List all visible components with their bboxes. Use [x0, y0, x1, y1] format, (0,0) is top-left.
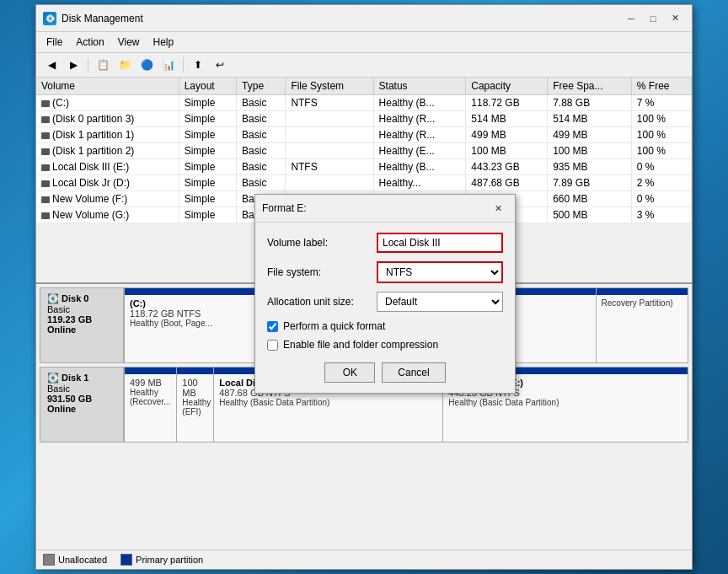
- toolbar-btn-3[interactable]: 🔵: [136, 56, 157, 74]
- toolbar-btn-5[interactable]: ⬆: [188, 56, 208, 74]
- compression-label: Enable file and folder compression: [283, 339, 438, 351]
- col-capacity[interactable]: Capacity: [466, 78, 548, 95]
- table-header-row: Volume Layout Type File System Status Ca…: [36, 78, 692, 95]
- menu-bar: File Action View Help: [36, 32, 692, 53]
- table-row[interactable]: Local Disk Jr (D:)SimpleBasicHealthy...4…: [36, 175, 692, 191]
- table-cell: Basic: [237, 95, 286, 111]
- dialog-title-text: Format E:: [262, 202, 307, 214]
- table-row[interactable]: Local Disk III (E:)SimpleBasicNTFSHealth…: [36, 159, 692, 175]
- dialog-title-bar: Format E: ✕: [255, 195, 515, 223]
- table-cell: Basic: [237, 127, 286, 143]
- col-free-space[interactable]: Free Spa...: [548, 78, 632, 95]
- file-system-row: File system: NTFS FAT32 exFAT: [267, 261, 503, 283]
- table-cell: Simple: [179, 175, 236, 191]
- col-percent-free[interactable]: % Free: [631, 78, 691, 95]
- legend-unallocated-label: Unallocated: [58, 555, 107, 565]
- menu-action[interactable]: Action: [69, 34, 110, 51]
- app-icon: 💽: [43, 12, 56, 25]
- table-cell: Simple: [179, 159, 236, 175]
- table-cell: Healthy (B...: [373, 159, 466, 175]
- quick-format-row: Perform a quick format: [267, 320, 503, 332]
- compression-row: Enable file and folder compression: [267, 339, 503, 351]
- allocation-unit-label: Allocation unit size:: [267, 296, 377, 308]
- table-row[interactable]: (Disk 1 partition 1)SimpleBasicHealthy (…: [36, 127, 692, 143]
- table-row[interactable]: (Disk 1 partition 2)SimpleBasicHealthy (…: [36, 143, 692, 159]
- menu-file[interactable]: File: [40, 34, 69, 51]
- toolbar-btn-4[interactable]: 📊: [158, 56, 179, 74]
- table-cell: 100 %: [631, 127, 691, 143]
- table-cell: Simple: [179, 127, 236, 143]
- table-cell: 514 MB: [466, 111, 548, 127]
- toolbar-btn-1[interactable]: 📋: [93, 56, 113, 74]
- quick-format-checkbox[interactable]: [267, 321, 278, 332]
- close-button[interactable]: ✕: [665, 9, 685, 28]
- table-cell: 935 MB: [548, 159, 632, 175]
- table-cell: (Disk 1 partition 2): [36, 143, 179, 159]
- partition-0-1[interactable]: Recovery Partition): [597, 288, 688, 362]
- col-volume[interactable]: Volume: [36, 78, 179, 95]
- col-layout[interactable]: Layout: [179, 78, 236, 95]
- table-cell: 118.72 GB: [466, 95, 548, 111]
- col-type[interactable]: Type: [237, 78, 286, 95]
- ok-button[interactable]: OK: [324, 362, 375, 383]
- table-cell: Simple: [179, 207, 236, 223]
- maximize-button[interactable]: □: [643, 9, 663, 28]
- table-cell: 100 MB: [548, 143, 632, 159]
- table-cell: Basic: [237, 111, 286, 127]
- table-cell: (Disk 1 partition 1): [36, 127, 179, 143]
- table-row[interactable]: (C:)SimpleBasicNTFSHealthy (B...118.72 G…: [36, 95, 692, 111]
- col-status[interactable]: Status: [373, 78, 466, 95]
- volume-label-control: [377, 233, 503, 253]
- minimize-button[interactable]: ─: [621, 9, 641, 28]
- table-cell: 100 %: [631, 111, 691, 127]
- table-cell: Healthy (R...: [373, 127, 466, 143]
- legend-primary-label: Primary partition: [136, 555, 203, 565]
- table-cell: (Disk 0 partition 3): [36, 111, 179, 127]
- title-bar-left: 💽 Disk Management: [43, 12, 143, 25]
- toolbar-btn-2[interactable]: 📁: [115, 56, 135, 74]
- dialog-buttons: OK Cancel: [267, 362, 503, 383]
- table-cell: Healthy...: [373, 175, 466, 191]
- table-cell: Simple: [179, 111, 236, 127]
- toolbar-btn-6[interactable]: ↩: [210, 56, 230, 74]
- table-cell: Local Disk Jr (D:): [36, 175, 179, 191]
- table-cell: 0 %: [631, 159, 691, 175]
- table-cell: 499 MB: [466, 127, 548, 143]
- compression-checkbox[interactable]: [267, 340, 278, 351]
- table-cell: New Volume (G:): [36, 207, 179, 223]
- allocation-unit-control: Default 512 bytes 1024 bytes 2048 bytes …: [377, 292, 503, 312]
- disk-label-0: 💽 Disk 0Basic119.23 GBOnline: [40, 287, 124, 363]
- cancel-button[interactable]: Cancel: [382, 362, 445, 383]
- legend-box-unallocated: [43, 554, 55, 566]
- forward-button[interactable]: ▶: [63, 56, 83, 74]
- table-cell: 7 %: [631, 95, 691, 111]
- partition-1-1[interactable]: 100 MB Healthy (EFI): [177, 367, 214, 442]
- table-cell: [286, 111, 373, 127]
- table-cell: 443.23 GB: [466, 159, 548, 175]
- table-cell: [286, 127, 373, 143]
- table-cell: 514 MB: [548, 111, 632, 127]
- table-row[interactable]: (Disk 0 partition 3)SimpleBasicHealthy (…: [36, 111, 692, 127]
- table-cell: Simple: [179, 95, 236, 111]
- quick-format-label: Perform a quick format: [283, 320, 385, 332]
- toolbar-separator-2: [183, 57, 184, 72]
- file-system-label: File system:: [267, 266, 377, 278]
- file-system-select[interactable]: NTFS FAT32 exFAT: [377, 261, 503, 283]
- back-button[interactable]: ◀: [41, 56, 62, 74]
- menu-view[interactable]: View: [111, 34, 147, 51]
- table-cell: Healthy (B...: [373, 95, 466, 111]
- checkboxes-section: Perform a quick format Enable file and f…: [267, 320, 503, 351]
- legend-box-primary: [120, 554, 132, 566]
- table-cell: Simple: [179, 143, 236, 159]
- table-cell: 100 MB: [466, 143, 548, 159]
- col-filesystem[interactable]: File System: [286, 78, 373, 95]
- menu-help[interactable]: Help: [147, 34, 181, 51]
- volume-label-input[interactable]: [377, 233, 503, 253]
- table-cell: 660 MB: [548, 191, 632, 207]
- partition-1-0[interactable]: 499 MB Healthy (Recover...: [125, 367, 177, 442]
- allocation-unit-select[interactable]: Default 512 bytes 1024 bytes 2048 bytes …: [377, 292, 503, 312]
- table-cell: Basic: [237, 143, 286, 159]
- dialog-close-button[interactable]: ✕: [488, 199, 508, 217]
- table-cell: New Volume (F:): [36, 191, 179, 207]
- window-title: Disk Management: [62, 13, 143, 24]
